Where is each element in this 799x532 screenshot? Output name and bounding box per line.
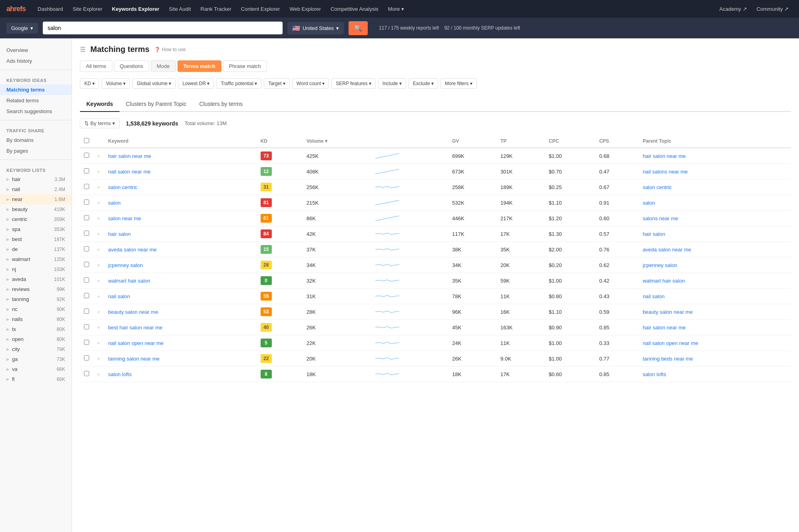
- keyword-link[interactable]: hair salon near me: [108, 153, 151, 159]
- row-add-cell[interactable]: +: [93, 367, 104, 382]
- row-checkbox[interactable]: [84, 277, 89, 283]
- filter-button[interactable]: Include ▾: [378, 78, 406, 89]
- sidebar-item-search-suggestions[interactable]: Search suggestions: [0, 106, 72, 117]
- row-add-cell[interactable]: +: [93, 226, 104, 242]
- search-button[interactable]: 🔍: [349, 21, 368, 35]
- filter-button[interactable]: More filters ▾: [440, 78, 477, 89]
- filter-button[interactable]: SERP features ▾: [331, 78, 376, 89]
- sidebar-keyword-item[interactable]: ▶open80K: [0, 334, 72, 344]
- sidebar-toggle-icon[interactable]: ☰: [80, 46, 86, 53]
- country-select[interactable]: 🇺🇸 United States ▾: [287, 22, 344, 34]
- parent-topic-link[interactable]: hair salon near me: [643, 325, 686, 331]
- row-add-cell[interactable]: +: [93, 148, 104, 164]
- row-add-cell[interactable]: +: [93, 335, 104, 351]
- row-checkbox[interactable]: [84, 293, 89, 298]
- keyword-link[interactable]: jcpenney salon: [108, 262, 143, 268]
- sidebar-keyword-item[interactable]: ▶aveda101K: [0, 274, 72, 284]
- row-checkbox[interactable]: [84, 231, 89, 236]
- header-cps[interactable]: CPS: [595, 135, 639, 148]
- row-checkbox[interactable]: [84, 168, 89, 173]
- sub-tab-clusters-parent[interactable]: Clusters by Parent Topic: [120, 97, 193, 112]
- row-checkbox[interactable]: [84, 262, 89, 267]
- nav-dashboard[interactable]: Dashboard: [34, 4, 67, 14]
- parent-topic-link[interactable]: aveda salon near me: [643, 247, 691, 253]
- filter-button[interactable]: Target ▾: [264, 78, 290, 89]
- parent-topic-link[interactable]: hair salon: [643, 231, 665, 237]
- sidebar-keyword-item[interactable]: ▶tx80K: [0, 324, 72, 334]
- tab-mode[interactable]: Mode: [151, 60, 176, 72]
- keyword-link[interactable]: beauty salon near me: [108, 309, 158, 315]
- select-all-checkbox[interactable]: [84, 138, 89, 143]
- sidebar-keyword-item[interactable]: ▶ga73K: [0, 354, 72, 364]
- row-checkbox[interactable]: [84, 324, 89, 329]
- parent-topic-link[interactable]: tanning beds near me: [643, 356, 693, 362]
- keyword-link[interactable]: hair salon: [108, 231, 131, 237]
- nav-web-explorer[interactable]: Web Explorer: [285, 4, 325, 14]
- filter-button[interactable]: Exclude ▾: [408, 78, 438, 89]
- sidebar-keyword-item[interactable]: ▶near1.6M: [0, 194, 72, 204]
- engine-select[interactable]: Google ▾: [6, 23, 38, 34]
- sidebar-keyword-item[interactable]: ▶tanning92K: [0, 294, 72, 304]
- sidebar-keyword-item[interactable]: ▶va66K: [0, 364, 72, 374]
- sub-tab-keywords[interactable]: Keywords: [80, 97, 120, 112]
- parent-topic-link[interactable]: salon lofts: [643, 371, 666, 377]
- nav-content-explorer[interactable]: Content Explorer: [237, 4, 284, 14]
- parent-topic-link[interactable]: salon: [643, 200, 655, 206]
- header-parent-topic[interactable]: Parent Topic: [639, 135, 791, 148]
- row-checkbox[interactable]: [84, 215, 89, 220]
- keyword-link[interactable]: best hair salon near me: [108, 325, 163, 331]
- sidebar-keyword-item[interactable]: ▶de137K: [0, 244, 72, 254]
- tab-terms-match[interactable]: Terms match: [177, 60, 221, 72]
- search-input[interactable]: [43, 22, 283, 34]
- keyword-link[interactable]: nail salon open near me: [108, 340, 164, 346]
- sidebar-keyword-item[interactable]: ▶best187K: [0, 234, 72, 244]
- parent-topic-link[interactable]: salons near me: [643, 215, 678, 221]
- row-add-cell[interactable]: +: [93, 257, 104, 273]
- tab-phrase-match[interactable]: Phrase match: [223, 60, 267, 72]
- keyword-link[interactable]: tanning salon near me: [108, 356, 160, 362]
- row-checkbox[interactable]: [84, 184, 89, 189]
- sidebar-keyword-item[interactable]: ▶walmart125K: [0, 254, 72, 264]
- sidebar-keyword-item[interactable]: ▶spa353K: [0, 224, 72, 234]
- sidebar-keyword-item[interactable]: ▶nail2.4M: [0, 184, 72, 194]
- filter-button[interactable]: Traffic potential ▾: [216, 78, 261, 89]
- header-gv[interactable]: GV: [448, 135, 496, 148]
- header-keyword[interactable]: Keyword: [104, 135, 257, 148]
- parent-topic-link[interactable]: hair salon near me: [643, 153, 686, 159]
- sidebar-item-overview[interactable]: Overview: [0, 45, 72, 56]
- sidebar-item-related-terms[interactable]: Related terms: [0, 95, 72, 106]
- sidebar-item-matching-terms[interactable]: Matching terms: [0, 84, 72, 95]
- parent-topic-link[interactable]: nail salons near me: [643, 169, 688, 175]
- nav-rank-tracker[interactable]: Rank Tracker: [197, 4, 235, 14]
- row-add-cell[interactable]: +: [93, 320, 104, 335]
- logo[interactable]: ahrefs: [6, 5, 26, 13]
- sub-tab-clusters-terms[interactable]: Clusters by terms: [193, 97, 249, 112]
- sidebar-keyword-item[interactable]: ▶nails80K: [0, 314, 72, 324]
- filter-button[interactable]: Global volume ▾: [132, 78, 175, 89]
- keyword-link[interactable]: salon: [108, 200, 121, 206]
- row-checkbox[interactable]: [84, 246, 89, 251]
- row-add-cell[interactable]: +: [93, 195, 104, 211]
- row-checkbox[interactable]: [84, 355, 89, 361]
- tab-questions[interactable]: Questions: [114, 60, 149, 72]
- keyword-link[interactable]: nail salon near me: [108, 169, 151, 175]
- row-checkbox[interactable]: [84, 340, 89, 345]
- row-checkbox[interactable]: [84, 199, 89, 205]
- row-add-cell[interactable]: +: [93, 179, 104, 195]
- sidebar-keyword-item[interactable]: ▶fl66K: [0, 374, 72, 384]
- row-add-cell[interactable]: +: [93, 242, 104, 257]
- sidebar-keyword-item[interactable]: ▶beauty419K: [0, 204, 72, 214]
- nav-community[interactable]: Community ↗: [753, 4, 793, 14]
- parent-topic-link[interactable]: nail salon: [643, 293, 665, 299]
- by-terms-button[interactable]: ⇅ By terms ▾: [80, 118, 120, 128]
- sidebar-item-ads-history[interactable]: Ads history: [0, 56, 72, 66]
- sidebar-keyword-item[interactable]: ▶nc90K: [0, 304, 72, 314]
- sidebar-keyword-item[interactable]: ▶reviews99K: [0, 284, 72, 294]
- keyword-link[interactable]: aveda salon near me: [108, 247, 157, 253]
- header-volume[interactable]: Volume ▾: [303, 135, 371, 148]
- keyword-link[interactable]: nail salon: [108, 293, 130, 299]
- sidebar-keyword-item[interactable]: ▶city79K: [0, 344, 72, 354]
- filter-button[interactable]: Lowest DR ▾: [178, 78, 214, 89]
- nav-site-explorer[interactable]: Site Explorer: [69, 4, 106, 14]
- filter-button[interactable]: Volume ▾: [102, 78, 130, 89]
